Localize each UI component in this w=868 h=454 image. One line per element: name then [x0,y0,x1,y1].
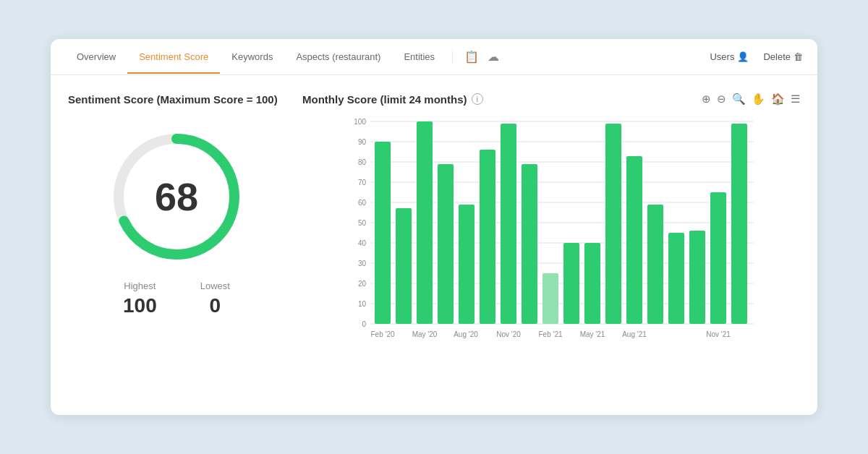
pan-icon[interactable]: ✋ [752,93,765,106]
highest-value: 100 [123,294,157,317]
svg-text:May '21: May '21 [580,330,605,338]
cloud-icon[interactable]: ☁ [488,50,499,64]
stat-highest: Highest 100 [123,280,157,317]
bar-nov21d [710,192,726,324]
bar-nov20b [501,124,516,324]
svg-text:70: 70 [358,179,367,187]
bar-nov21a [647,205,663,324]
lowest-value: 0 [200,294,230,317]
bar-may21a [563,243,579,324]
svg-text:Feb '21: Feb '21 [538,330,562,338]
delete-label: Delete [763,51,791,62]
tab-sentiment-score[interactable]: Sentiment Score [127,41,220,74]
bar-feb21b [542,273,558,324]
gauge-wrapper: 68 [104,124,249,269]
bar-aug21b [626,156,642,324]
svg-text:100: 100 [354,118,366,126]
home-icon[interactable]: 🏠 [771,93,785,106]
zoom-out-icon[interactable]: ⊖ [717,93,726,106]
stat-lowest: Lowest 0 [200,280,230,317]
bar-nov21c [689,231,705,324]
svg-text:10: 10 [358,300,367,308]
left-panel: Sentiment Score (Maximum Score = 100) 68… [68,93,285,390]
svg-text:Feb '20: Feb '20 [370,330,394,338]
chart-toolbar: ⊕ ⊖ 🔍 ✋ 🏠 ☰ [702,93,800,106]
search-zoom-icon[interactable]: 🔍 [732,93,746,106]
navigation: Overview Sentiment Score Keywords Aspect… [51,39,817,75]
chart-title-text: Monthly Score (limit 24 months) [302,93,467,106]
bar-feb20 [375,142,391,324]
bar-nov20a [480,150,495,324]
bar-aug21a [605,124,621,324]
chart-title: Monthly Score (limit 24 months) i [302,93,483,106]
tab-entities[interactable]: Entities [392,41,446,74]
svg-text:Nov '21: Nov '21 [706,330,731,338]
bar-may20b [417,121,433,324]
svg-text:May '20: May '20 [412,330,438,338]
svg-text:Nov '20: Nov '20 [496,330,521,338]
bar-dec21 [731,124,747,324]
document-icon[interactable]: 📋 [464,50,479,64]
gauge-stats: Highest 100 Lowest 0 [123,280,230,317]
users-label: Users [710,51,734,62]
delete-button[interactable]: Delete 🗑 [763,51,803,62]
svg-text:80: 80 [358,158,367,166]
svg-text:0: 0 [362,320,366,328]
users-button[interactable]: Users 👤 [710,51,749,62]
bar-feb21a [522,164,537,324]
menu-icon[interactable]: ☰ [791,93,800,106]
tab-aspects[interactable]: Aspects (restaurant) [284,41,392,74]
right-panel: Monthly Score (limit 24 months) i ⊕ ⊖ 🔍 … [302,93,800,390]
bar-aug20b [459,205,475,324]
bar-aug20a [438,164,454,324]
svg-text:90: 90 [358,138,367,146]
gauge-value: 68 [155,174,198,219]
highest-label: Highest [123,280,157,291]
svg-text:60: 60 [358,199,367,207]
zoom-in-icon[interactable]: ⊕ [702,93,711,106]
bar-chart: 100 90 80 70 60 50 40 30 20 10 0 [302,114,800,346]
svg-text:Aug '20: Aug '20 [454,330,478,338]
panel-title: Sentiment Score (Maximum Score = 100) [68,93,285,107]
chart-area: 100 90 80 70 60 50 40 30 20 10 0 [302,114,800,390]
chart-header: Monthly Score (limit 24 months) i ⊕ ⊖ 🔍 … [302,93,800,106]
bar-may20a [396,208,412,324]
info-icon[interactable]: i [472,93,483,105]
main-card: Overview Sentiment Score Keywords Aspect… [51,39,817,415]
lowest-label: Lowest [200,280,230,291]
nav-icon-group: 📋 ☁ [452,50,511,64]
bar-nov21b [668,233,684,324]
trash-icon: 🗑 [793,51,803,62]
svg-text:30: 30 [358,260,367,267]
main-content: Sentiment Score (Maximum Score = 100) 68… [51,75,817,408]
bar-may21b [584,243,600,324]
tab-overview[interactable]: Overview [65,41,127,74]
user-icon: 👤 [737,51,749,62]
svg-text:20: 20 [358,280,367,288]
nav-right-actions: Users 👤 Delete 🗑 [710,51,803,62]
svg-text:40: 40 [358,239,367,247]
gauge-container: 68 Highest 100 Lowest 0 [68,124,285,317]
svg-text:Aug '21: Aug '21 [622,330,647,338]
svg-text:50: 50 [358,219,367,227]
tab-keywords[interactable]: Keywords [220,41,284,74]
